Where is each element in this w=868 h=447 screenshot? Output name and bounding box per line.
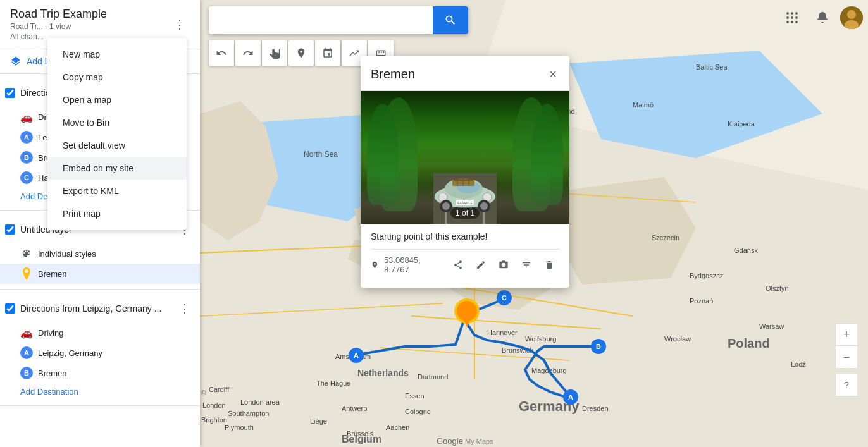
popup-delete-button[interactable] (539, 255, 559, 275)
svg-text:Google: Google (437, 436, 463, 446)
coordinates-value: 53.06845, 8.7767 (384, 255, 443, 274)
search-input[interactable] (216, 15, 433, 25)
bremen-label: Bremen (38, 269, 67, 279)
svg-text:Netherlands: Netherlands (357, 368, 409, 378)
marker-b2-icon: B (20, 367, 33, 379)
svg-text:Brighton: Brighton (201, 416, 227, 424)
layer-3-options-button[interactable]: ⋮ (175, 298, 195, 319)
undo-button[interactable] (209, 40, 234, 66)
menu-set-default[interactable]: Set default view (47, 134, 187, 157)
notification-icon[interactable] (810, 5, 835, 30)
redo-button[interactable] (235, 40, 261, 66)
add-destination-button-2[interactable]: Add Destination (0, 383, 200, 400)
svg-text:Dresden: Dresden (582, 405, 609, 412)
user-avatar[interactable] (840, 6, 863, 29)
location-popup: Bremen × (361, 56, 569, 288)
svg-text:Szczecin: Szczecin (652, 234, 679, 242)
zoom-controls: + − ? (835, 323, 858, 396)
svg-text:London: London (202, 401, 226, 409)
svg-text:Dortmund: Dortmund (418, 373, 448, 381)
svg-text:Cologne: Cologne (405, 408, 431, 415)
apps-icon[interactable] (779, 5, 805, 30)
menu-print[interactable]: Print map (47, 202, 187, 225)
svg-text:Poznań: Poznań (690, 297, 713, 305)
svg-point-67 (791, 16, 793, 19)
svg-text:London area: London area (240, 398, 280, 406)
svg-text:Aachen: Aachen (386, 424, 409, 431)
menu-move-bin[interactable]: Move to Bin (47, 111, 187, 134)
google-header (779, 5, 863, 30)
svg-text:Klaipėda: Klaipėda (728, 120, 755, 128)
popup-edit-button[interactable] (471, 255, 491, 275)
svg-text:Olsztyn: Olsztyn (766, 285, 789, 292)
svg-text:B: B (596, 343, 601, 350)
menu-export-kml[interactable]: Export to KML (47, 180, 187, 202)
individual-styles-label: Individual styles (38, 249, 96, 259)
svg-text:A: A (354, 352, 359, 359)
point-a2-label: Leipzig, Germany (38, 348, 102, 358)
menu-embed[interactable]: Embed on my site (47, 157, 187, 180)
driving-label-2: Driving (38, 328, 63, 338)
map-title: Road Trip Example (10, 8, 107, 21)
popup-description: Starting point of this example! (371, 231, 559, 242)
svg-text:C: C (502, 294, 507, 302)
svg-point-68 (795, 16, 798, 19)
popup-body: Starting point of this example! 53.06845… (361, 224, 569, 288)
svg-point-81 (442, 202, 450, 210)
popup-camera-button[interactable] (493, 255, 514, 275)
menu-open-map[interactable]: Open a map (47, 89, 187, 111)
svg-text:Southampton: Southampton (228, 410, 269, 417)
svg-text:My Maps: My Maps (465, 438, 493, 445)
svg-text:North Sea: North Sea (304, 150, 338, 159)
layer-3-checkbox[interactable] (5, 303, 15, 314)
layer-2-checkbox[interactable] (5, 224, 15, 235)
marker-a2-icon: A (20, 346, 33, 359)
bremen-marker-item[interactable]: Bremen (0, 264, 200, 284)
svg-text:A: A (568, 393, 573, 401)
directions-layer-2: Directions from Leipzig, Germany ... ⋮ 🚗… (0, 290, 200, 406)
svg-text:EXAMPLE: EXAMPLE (457, 201, 473, 205)
map-options-button[interactable]: ⋮ (170, 15, 190, 35)
zoom-help-button[interactable]: ? (835, 374, 858, 396)
svg-text:Malmö: Malmö (633, 101, 654, 109)
popup-header: Bremen × (361, 56, 569, 91)
shape-tool-button[interactable] (315, 40, 340, 66)
search-button[interactable] (433, 6, 468, 34)
sidebar: Road Trip Example Road Tr... · 1 view Al… (0, 0, 200, 447)
svg-text:©: © (201, 389, 206, 396)
svg-point-66 (786, 16, 789, 19)
menu-copy-map[interactable]: Copy map (47, 66, 187, 89)
svg-point-83 (480, 202, 488, 210)
styles-icon (20, 247, 33, 260)
layer-1-checkbox[interactable] (5, 88, 15, 98)
layer-3-name: Directions from Leipzig, Germany ... (20, 303, 175, 314)
svg-point-70 (791, 21, 793, 23)
svg-text:Baltic Sea: Baltic Sea (696, 63, 728, 71)
individual-styles-item[interactable]: Individual styles (0, 243, 200, 264)
svg-text:Warsaw: Warsaw (759, 322, 784, 330)
zoom-in-button[interactable]: + (835, 323, 858, 346)
svg-text:Wolfsburg: Wolfsburg (525, 335, 556, 343)
svg-text:Hannover: Hannover (487, 329, 518, 336)
svg-point-69 (786, 21, 789, 23)
menu-new-map[interactable]: New map (47, 43, 187, 66)
layer-3-header: Directions from Leipzig, Germany ... ⋮ (0, 295, 200, 322)
zoom-out-button[interactable]: − (835, 346, 858, 369)
search-container (209, 6, 468, 34)
svg-text:The Hague: The Hague (316, 379, 350, 387)
svg-text:Łódź: Łódź (791, 360, 806, 368)
svg-text:Poland: Poland (728, 336, 770, 350)
popup-share-button[interactable] (448, 255, 468, 275)
pan-tool-button[interactable] (262, 40, 287, 66)
pin-tool-button[interactable] (288, 40, 314, 66)
point-b2-label: Bremen (38, 369, 67, 378)
dropdown-menu: New map Copy map Open a map Move to Bin … (47, 38, 187, 230)
layers-icon (10, 56, 22, 67)
marker-a-icon: A (20, 131, 33, 144)
svg-point-63 (786, 12, 789, 15)
popup-filter-button[interactable] (516, 255, 536, 275)
marker-c-icon: C (20, 171, 33, 184)
svg-point-71 (795, 21, 798, 23)
popup-close-button[interactable]: × (547, 64, 559, 84)
image-counter: 1 of 1 (450, 207, 480, 219)
